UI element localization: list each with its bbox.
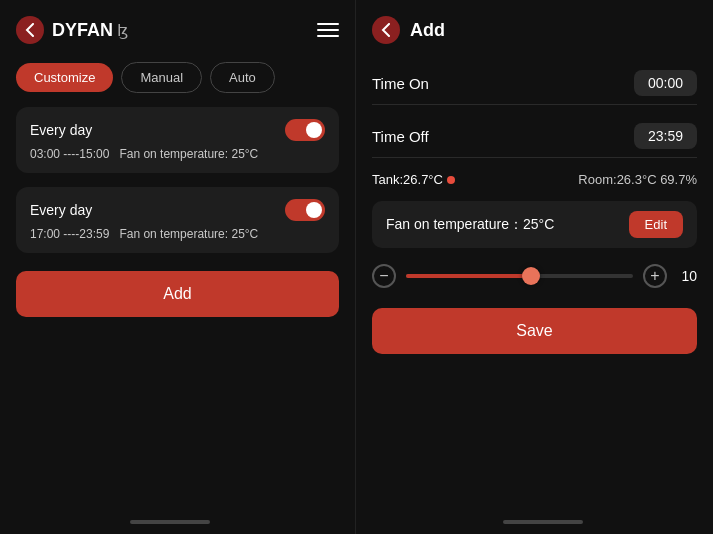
time-off-value[interactable]: 23:59	[634, 123, 697, 149]
left-panel: DYFAN ɮ Customize Manual Auto Every day …	[0, 0, 355, 534]
right-panel: Add Time On 00:00 Time Off 23:59 Tank:26…	[355, 0, 713, 534]
card-2-time: 17:00 ----23:59	[30, 227, 109, 241]
right-header: Add	[372, 16, 697, 44]
card-2-bottom: 17:00 ----23:59 Fan on temperature: 25°C	[30, 227, 325, 241]
save-button[interactable]: Save	[372, 308, 697, 354]
slider-fill	[406, 274, 531, 278]
left-header: DYFAN ɮ	[16, 16, 339, 44]
slider-minus-button[interactable]: −	[372, 264, 396, 288]
fan-temp-label: Fan on temperature：25°C	[386, 216, 554, 234]
bluetooth-icon: ɮ	[117, 21, 128, 40]
slider-plus-button[interactable]: +	[643, 264, 667, 288]
time-on-value[interactable]: 00:00	[634, 70, 697, 96]
right-panel-title: Add	[410, 20, 445, 41]
tab-manual[interactable]: Manual	[121, 62, 202, 93]
tabs-row: Customize Manual Auto	[16, 62, 339, 93]
slider-row: − + 10	[372, 258, 697, 294]
time-on-row: Time On 00:00	[372, 62, 697, 105]
tank-sensor: Tank:26.7°C	[372, 172, 455, 187]
card-1-temp: Fan on temperature: 25°C	[119, 147, 258, 161]
tab-auto[interactable]: Auto	[210, 62, 275, 93]
main-screen: DYFAN ɮ Customize Manual Auto Every day …	[0, 0, 713, 534]
tank-sensor-dot	[447, 176, 455, 184]
tab-customize[interactable]: Customize	[16, 63, 113, 92]
slider-track[interactable]	[406, 274, 633, 278]
slider-value: 10	[677, 268, 697, 284]
card-2-temp: Fan on temperature: 25°C	[119, 227, 258, 241]
card-1-bottom: 03:00 ----15:00 Fan on temperature: 25°C	[30, 147, 325, 161]
card-1-day: Every day	[30, 122, 92, 138]
time-off-row: Time Off 23:59	[372, 115, 697, 158]
time-on-label: Time On	[372, 75, 429, 92]
back-button-right[interactable]	[372, 16, 400, 44]
hamburger-line-2	[317, 29, 339, 31]
card-2-top: Every day	[30, 199, 325, 221]
add-schedule-button[interactable]: Add	[16, 271, 339, 317]
app-title: DYFAN	[52, 20, 113, 41]
card-1-toggle[interactable]	[285, 119, 325, 141]
bottom-bar-left	[130, 520, 210, 524]
time-off-label: Time Off	[372, 128, 429, 145]
hamburger-menu[interactable]	[317, 23, 339, 37]
hamburger-line-3	[317, 35, 339, 37]
schedule-card-1: Every day 03:00 ----15:00 Fan on tempera…	[16, 107, 339, 173]
schedule-card-2: Every day 17:00 ----23:59 Fan on tempera…	[16, 187, 339, 253]
tank-temp-label: Tank:26.7°C	[372, 172, 443, 187]
slider-thumb[interactable]	[522, 267, 540, 285]
edit-button[interactable]: Edit	[629, 211, 683, 238]
card-2-day: Every day	[30, 202, 92, 218]
card-1-time: 03:00 ----15:00	[30, 147, 109, 161]
card-2-toggle[interactable]	[285, 199, 325, 221]
header-left-group: DYFAN ɮ	[16, 16, 128, 44]
sensor-row: Tank:26.7°C Room:26.3°C 69.7%	[372, 168, 697, 191]
hamburger-line-1	[317, 23, 339, 25]
card-1-top: Every day	[30, 119, 325, 141]
back-button-left[interactable]	[16, 16, 44, 44]
room-sensor: Room:26.3°C 69.7%	[578, 172, 697, 187]
fan-temp-control: Fan on temperature：25°C Edit	[372, 201, 697, 248]
bottom-bar-right	[503, 520, 583, 524]
